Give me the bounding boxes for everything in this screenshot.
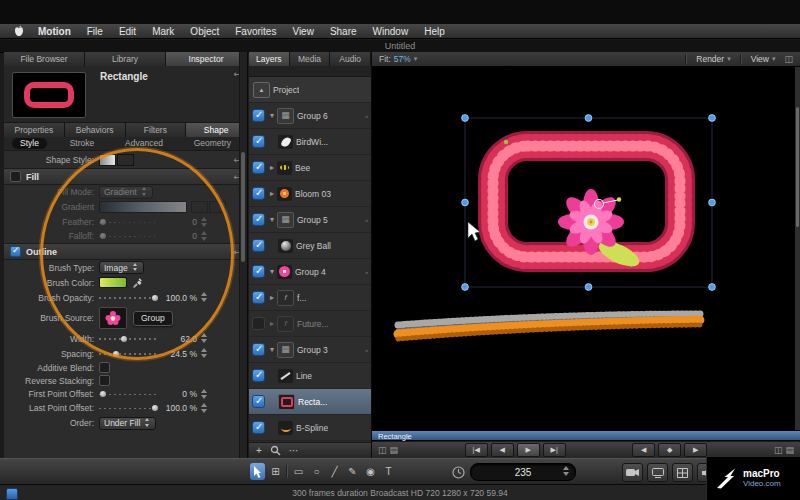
menu-share[interactable]: Share xyxy=(322,24,365,39)
layer-row-birdwing[interactable]: BirdWi... xyxy=(249,129,371,155)
loop-icon[interactable]: ◫ xyxy=(774,445,783,455)
feather-stepper[interactable] xyxy=(200,217,208,228)
layer-row-project[interactable]: Project xyxy=(249,77,371,103)
camera-button[interactable] xyxy=(622,463,643,482)
visibility-checkbox[interactable] xyxy=(252,291,265,304)
width-value[interactable]: 62.0 xyxy=(161,334,197,344)
tab-audio[interactable]: Audio xyxy=(330,52,371,66)
menu-motion[interactable]: Motion xyxy=(30,24,79,39)
layer-row-group5[interactable]: Group 5 xyxy=(249,207,371,233)
preset-menu-chip[interactable] xyxy=(117,154,134,166)
visibility-checkbox[interactable] xyxy=(252,317,265,330)
tab-filters[interactable]: Filters xyxy=(126,123,187,137)
menu-favorites[interactable]: Favorites xyxy=(227,24,284,39)
menu-mark[interactable]: Mark xyxy=(144,24,182,39)
current-frame-value[interactable]: 235 xyxy=(515,467,532,478)
fill-checkbox[interactable] xyxy=(10,171,21,182)
width-slider[interactable] xyxy=(99,334,157,343)
keyframe-button[interactable]: ◆ xyxy=(658,443,681,457)
gradient-menu-chip[interactable] xyxy=(191,201,208,213)
first-point-offset-stepper[interactable] xyxy=(200,389,208,400)
visibility-checkbox[interactable] xyxy=(252,109,265,122)
gradient-options-control[interactable] xyxy=(191,201,226,213)
go-to-end-button[interactable]: ▶| xyxy=(543,443,566,457)
current-frame-field[interactable]: 235 xyxy=(470,463,576,481)
brush-color-swatch[interactable] xyxy=(99,277,127,288)
visibility-checkbox[interactable] xyxy=(252,135,265,148)
tab-inspector[interactable]: Inspector xyxy=(166,52,247,66)
falloff-stepper[interactable] xyxy=(200,231,208,242)
preset-gradient-chip[interactable] xyxy=(99,154,116,166)
brush-source-well[interactable] xyxy=(99,307,127,329)
frame-stepper[interactable] xyxy=(562,466,570,477)
canvas-viewport[interactable] xyxy=(372,67,800,430)
lock-icon[interactable] xyxy=(366,215,368,225)
add-layer-button[interactable]: + xyxy=(256,444,262,458)
rotation-handle-tip[interactable] xyxy=(617,197,621,201)
rectangle-tool[interactable]: ▭ xyxy=(291,463,306,480)
canvas-scrollbar-thumb[interactable] xyxy=(796,107,799,227)
layer-row-f[interactable]: f... xyxy=(249,285,371,311)
audio-mute-icon[interactable]: ▤ xyxy=(785,445,794,455)
visibility-checkbox[interactable] xyxy=(252,187,265,200)
visibility-checkbox[interactable] xyxy=(252,265,265,278)
last-point-offset-slider[interactable] xyxy=(99,404,157,413)
layer-row-rectangle-selected[interactable]: Recta... xyxy=(249,389,371,415)
tab-layers[interactable]: Layers xyxy=(249,52,290,66)
play-button[interactable]: ▶ xyxy=(517,443,540,457)
disclosure-triangle-icon[interactable] xyxy=(268,267,276,276)
tab-behaviors[interactable]: Behaviors xyxy=(65,123,126,137)
grid-overlay-button[interactable] xyxy=(672,463,693,482)
zoom-level-value[interactable]: 57% xyxy=(394,54,411,64)
brush-source-value[interactable]: Group xyxy=(133,311,173,326)
disclosure-triangle-icon[interactable] xyxy=(268,319,276,328)
layer-row-future[interactable]: Future... xyxy=(249,311,371,337)
timecode-clock-icon[interactable] xyxy=(452,466,465,479)
spacing-slider[interactable] xyxy=(99,349,157,358)
paint-stroke-tool[interactable]: ◉ xyxy=(363,463,378,480)
falloff-value[interactable]: 0 xyxy=(161,231,197,241)
first-point-offset-value[interactable]: 0 % xyxy=(161,389,197,399)
disclosure-triangle-icon[interactable] xyxy=(268,215,276,224)
width-stepper[interactable] xyxy=(200,333,208,344)
inspector-scrollbar[interactable] xyxy=(239,52,247,458)
disclosure-triangle-icon[interactable] xyxy=(268,293,276,302)
center-flower[interactable] xyxy=(558,189,624,255)
select-transform-tool[interactable] xyxy=(250,463,265,480)
zoom-dropdown-arrow-icon[interactable]: ▾ xyxy=(414,55,418,63)
brush-opacity-slider[interactable] xyxy=(99,293,157,302)
panel-options-button[interactable]: ⋯ xyxy=(289,444,299,458)
subtab-advanced[interactable]: Advanced xyxy=(117,138,171,149)
tab-properties[interactable]: Properties xyxy=(4,123,65,137)
mini-timeline-bar[interactable]: Rectangle xyxy=(372,430,800,441)
next-keyframe-button[interactable]: ▶ xyxy=(684,443,707,457)
visibility-checkbox[interactable] xyxy=(252,343,265,356)
feather-value[interactable]: 0 xyxy=(161,217,197,227)
spacing-stepper[interactable] xyxy=(200,348,208,359)
disclosure-triangle-icon[interactable] xyxy=(268,163,276,172)
line-tool[interactable]: ╱ xyxy=(327,463,342,480)
subtab-geometry[interactable]: Geometry xyxy=(186,138,239,149)
layer-row-line[interactable]: Line xyxy=(249,363,371,389)
brush-type-popup[interactable]: Image xyxy=(99,261,144,274)
eyedropper-icon[interactable] xyxy=(132,277,143,288)
search-icon[interactable] xyxy=(270,445,281,456)
visibility-checkbox[interactable] xyxy=(252,369,265,382)
disclosure-triangle-icon[interactable] xyxy=(268,189,276,198)
tab-file-browser[interactable]: File Browser xyxy=(4,52,85,66)
fill-mode-popup[interactable]: Gradient xyxy=(99,186,153,199)
view-menu[interactable]: View ▾ xyxy=(745,54,782,64)
lock-icon[interactable] xyxy=(366,345,368,355)
falloff-slider[interactable] xyxy=(99,232,157,241)
menu-edit[interactable]: Edit xyxy=(111,24,144,39)
text-tool[interactable]: T xyxy=(381,463,396,480)
display-icon[interactable]: ◫ xyxy=(378,445,387,455)
go-to-start-button[interactable]: |◀ xyxy=(465,443,488,457)
shape-style-preset-control[interactable] xyxy=(99,154,134,166)
lock-icon[interactable] xyxy=(366,267,368,277)
menu-window[interactable]: Window xyxy=(365,24,417,39)
bezier-pen-tool[interactable]: ✎ xyxy=(345,463,360,480)
menu-object[interactable]: Object xyxy=(182,24,227,39)
apple-menu[interactable] xyxy=(8,25,30,37)
list-icon[interactable]: ▤ xyxy=(390,445,399,455)
